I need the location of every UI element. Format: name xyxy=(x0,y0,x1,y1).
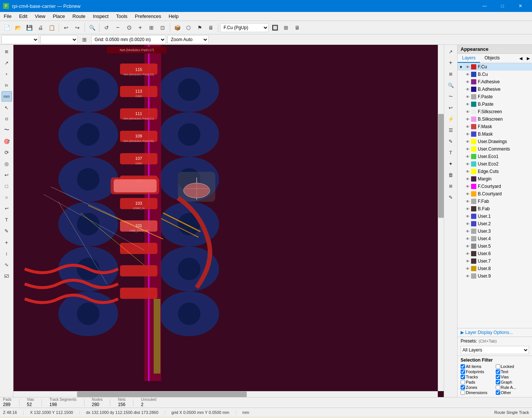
layer-eye-icon[interactable]: 👁 xyxy=(466,252,470,256)
layer-eye-icon[interactable]: 👁 xyxy=(466,102,470,106)
sf-item-zones[interactable]: Zones xyxy=(461,385,494,390)
3d-btn[interactable]: ⬡ xyxy=(183,22,194,33)
layer-item-f-paste[interactable]: 👁F.Paste xyxy=(458,93,532,100)
lt-fab[interactable]: 🖃 xyxy=(1,270,12,281)
zoom-selection-btn[interactable]: ⊡ xyxy=(157,22,168,33)
layer-eye-icon[interactable]: 👁 xyxy=(466,244,470,248)
menu-help[interactable]: Help xyxy=(165,12,182,21)
sf-checkbox[interactable] xyxy=(496,375,500,379)
layer-eye-icon[interactable]: 👁 xyxy=(466,259,470,263)
layer-item-f-adhesive[interactable]: 👁F.Adhesive xyxy=(458,78,532,86)
lt-inch[interactable]: in xyxy=(1,80,12,90)
layer-item-f-mask[interactable]: 👁F.Mask xyxy=(458,123,532,130)
layer-item-edge-cuts[interactable]: 👁Edge.Cuts xyxy=(458,168,532,175)
menu-route[interactable]: Route xyxy=(69,12,89,21)
layer-eye-icon[interactable]: 👁 xyxy=(466,125,470,129)
layer-item-user-7[interactable]: 👁User.7 xyxy=(458,257,532,265)
menu-edit[interactable]: Edit xyxy=(15,12,31,21)
rt-render-icon[interactable]: ⚡ xyxy=(446,114,456,124)
presets-select[interactable]: All Layers xyxy=(461,346,529,354)
rt-trash-icon[interactable]: 🗑 xyxy=(446,170,456,180)
lt-wave[interactable]: ∿ xyxy=(1,259,12,270)
sf-checkbox[interactable] xyxy=(496,385,500,390)
layer-eye-icon[interactable]: 👁 xyxy=(466,177,470,181)
layer-display-options[interactable]: ▶ Layer Display Options... xyxy=(458,328,532,337)
sf-checkbox[interactable] xyxy=(461,385,465,390)
sf-checkbox[interactable] xyxy=(461,380,465,384)
zoom-reset-btn[interactable]: ⊙ xyxy=(124,22,134,33)
print-btn[interactable]: 🖨 xyxy=(35,22,46,33)
rt-edit-icon[interactable]: ✎ xyxy=(446,136,456,146)
tab-layers[interactable]: Layers xyxy=(458,54,480,63)
sf-item-locked[interactable]: Locked xyxy=(496,364,529,369)
layer-eye-icon[interactable]: 👁 xyxy=(466,237,470,241)
sf-checkbox[interactable] xyxy=(461,369,465,374)
sf-item-rule-a---[interactable]: Rule A... xyxy=(496,385,529,390)
sf-item-text[interactable]: Text xyxy=(496,369,529,374)
layer-item-b-fab[interactable]: 👁B.Fab xyxy=(458,205,532,213)
lt-text[interactable]: T xyxy=(1,214,12,225)
layer-eye-icon[interactable]: 👁 xyxy=(466,199,470,204)
layer-eye-icon[interactable]: 👁 xyxy=(466,132,470,136)
drc-btn[interactable]: ⚑ xyxy=(194,22,205,33)
highlight-net-btn[interactable]: 🔲 xyxy=(270,22,280,33)
layer-eye-icon[interactable]: 👁 xyxy=(466,162,470,166)
close-button[interactable]: ✕ xyxy=(512,0,529,12)
layer-eye-icon[interactable]: 👁 xyxy=(466,117,470,121)
layer-eye-icon[interactable]: 👁 xyxy=(466,229,470,233)
render-btn[interactable]: 🖥 xyxy=(206,22,216,33)
sf-item-footprints[interactable]: Footprints xyxy=(461,369,494,374)
layer-eye-icon[interactable]: 👁 xyxy=(466,147,470,151)
undo-btn[interactable]: ↩ xyxy=(61,22,71,33)
menu-preferences[interactable]: Preferences xyxy=(131,12,165,21)
zoom-fit-btn[interactable]: ⊞ xyxy=(146,22,157,33)
menu-view[interactable]: View xyxy=(31,12,49,21)
lt-mm[interactable]: mm xyxy=(1,91,12,102)
rt-text-icon[interactable]: T xyxy=(446,147,456,158)
layer-eye-icon[interactable]: 👁 xyxy=(466,192,470,196)
tool-select1[interactable] xyxy=(1,35,39,44)
lt-circle[interactable]: ○ xyxy=(1,192,12,202)
layer-item-b-adhesive[interactable]: 👁B.Adhesive xyxy=(458,86,532,93)
layer-item-margin[interactable]: 👁Margin xyxy=(458,175,532,183)
lt-pointer[interactable]: ↗ xyxy=(1,58,12,68)
layer-eye-icon[interactable]: 👁 xyxy=(466,185,470,189)
show-board-btn[interactable]: 🖥 xyxy=(292,22,302,33)
lt-zone[interactable]: ◎ xyxy=(1,158,12,169)
sf-checkbox[interactable] xyxy=(496,369,500,374)
lt-drc[interactable]: 🎯 xyxy=(1,136,12,146)
sf-item-all-items[interactable]: All items xyxy=(461,364,494,369)
sf-checkbox[interactable] xyxy=(496,390,500,395)
layer-item-user-8[interactable]: 👁User.8 xyxy=(458,265,532,272)
sf-checkbox[interactable] xyxy=(496,364,500,369)
horizontal-scrollbar[interactable] xyxy=(13,391,438,397)
tab-prev[interactable]: ◀ xyxy=(517,55,525,62)
sf-checkbox[interactable] xyxy=(461,364,465,369)
layer-eye-icon[interactable]: 👁 xyxy=(466,80,470,84)
sf-checkbox[interactable] xyxy=(461,390,465,395)
layer-eye-icon[interactable]: 👁 xyxy=(466,274,470,278)
lt-line[interactable]: ↩ xyxy=(1,203,12,214)
rt-grid-icon[interactable]: ⊞ xyxy=(446,69,456,79)
layer-item-user-drawings[interactable]: 👁User.Drawings xyxy=(458,138,532,145)
layer-eye-icon[interactable]: 👁 xyxy=(466,170,470,174)
vertical-scrollbar[interactable] xyxy=(438,45,444,391)
sf-item-dimensions[interactable]: Dimensions xyxy=(461,390,494,395)
layer-item-user-eco1[interactable]: 👁User.Eco1 xyxy=(458,153,532,160)
menu-file[interactable]: File xyxy=(0,12,15,21)
open-btn[interactable]: 📂 xyxy=(13,22,23,33)
layer-eye-icon[interactable]: 👁 xyxy=(466,222,470,226)
hscroll-thumb[interactable] xyxy=(77,391,247,397)
layer-eye-icon[interactable]: 👁 xyxy=(466,267,470,271)
layer-item-b-paste[interactable]: 👁B.Paste xyxy=(458,100,532,108)
netlist-btn[interactable]: 📦 xyxy=(172,22,182,33)
layer-item-user-1[interactable]: 👁User.1 xyxy=(458,213,532,220)
rt-add-icon[interactable]: + xyxy=(446,58,456,68)
maximize-button[interactable]: □ xyxy=(494,0,511,12)
layer-eye-icon[interactable]: 👁 xyxy=(466,95,470,99)
layer-item-user-3[interactable]: 👁User.3 xyxy=(458,227,532,235)
zoom-out-btn[interactable]: − xyxy=(113,22,123,33)
menu-tools[interactable]: Tools xyxy=(112,12,131,21)
rt-select-icon[interactable]: ↗ xyxy=(446,46,456,57)
layer-item-b-mask[interactable]: 👁B.Mask xyxy=(458,130,532,138)
